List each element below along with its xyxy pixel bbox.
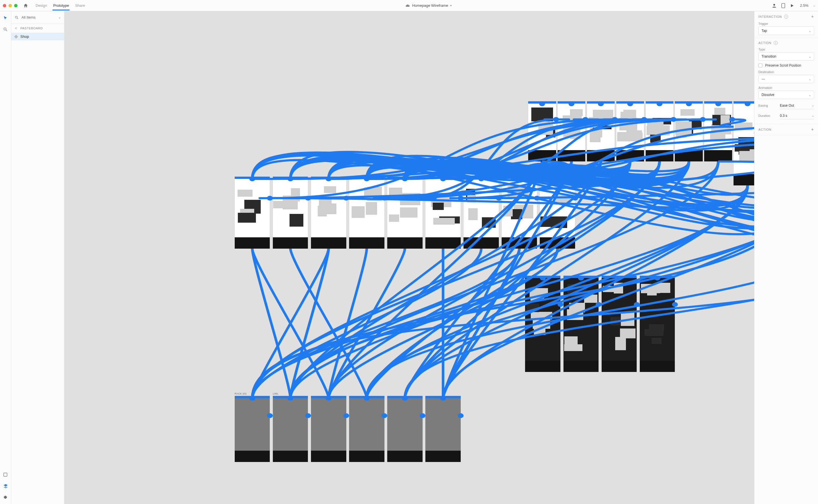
preserve-scroll-checkbox[interactable] xyxy=(758,63,762,67)
artboard-selection-bar xyxy=(528,101,556,104)
artboard-footer xyxy=(601,361,637,372)
duration-select[interactable]: 0.3 s ⌄ xyxy=(780,112,814,119)
thumbnail xyxy=(290,214,303,227)
thumbnail xyxy=(319,196,332,208)
tab-design[interactable]: Design xyxy=(35,1,47,10)
artboard[interactable] xyxy=(563,276,599,372)
plugins-icon[interactable] xyxy=(3,495,8,500)
titlebar: Design Prototype Share Homepage Wirefram… xyxy=(0,0,818,11)
canvas[interactable]: RACK 101LIML xyxy=(64,11,754,504)
artboard[interactable] xyxy=(601,276,637,372)
artboard[interactable] xyxy=(640,276,675,372)
close-window-button[interactable] xyxy=(3,4,6,7)
minimize-window-button[interactable] xyxy=(8,4,12,7)
asset-row[interactable]: Shop xyxy=(11,33,64,40)
duration-row: Duration 0.3 s ⌄ xyxy=(758,112,814,119)
thumbnail xyxy=(468,208,478,220)
artboard[interactable] xyxy=(463,177,499,249)
artboard[interactable] xyxy=(587,101,615,161)
device-preview-icon[interactable] xyxy=(781,3,785,8)
cloud-icon xyxy=(405,3,410,8)
search-icon[interactable] xyxy=(3,27,8,32)
thumbnail xyxy=(555,196,571,205)
document-title[interactable]: Homepage Wireframe ▾ xyxy=(88,3,769,8)
artboard-footer xyxy=(525,361,560,372)
type-select[interactable]: Transition ⌄ xyxy=(758,52,814,61)
layers-icon[interactable] xyxy=(3,484,8,489)
thumbnail xyxy=(739,151,754,163)
trigger-value: Tap xyxy=(762,29,767,33)
artboard[interactable] xyxy=(557,101,585,161)
easing-select[interactable]: Ease Out ⌄ xyxy=(780,102,814,109)
thumbnail xyxy=(400,207,417,218)
preserve-scroll-row[interactable]: Preserve Scroll Position xyxy=(758,63,814,67)
home-icon[interactable] xyxy=(23,3,29,9)
chevron-down-icon: ▾ xyxy=(450,4,452,7)
artboard-selection-bar xyxy=(387,177,423,179)
assets-group-header[interactable]: PASTEBOARD xyxy=(11,24,64,33)
artboard[interactable] xyxy=(734,101,754,185)
tab-prototype[interactable]: Prototype xyxy=(52,1,69,10)
destination-select[interactable]: — ⌄ xyxy=(758,75,814,83)
component-icon xyxy=(14,34,18,38)
artboard[interactable] xyxy=(235,177,270,249)
thumbnail xyxy=(533,319,550,329)
info-icon[interactable]: i xyxy=(774,41,778,45)
artboard-selection-bar xyxy=(425,177,461,179)
zoom-window-button[interactable] xyxy=(14,4,17,7)
artboard[interactable] xyxy=(387,396,423,462)
svg-line-6 xyxy=(17,18,18,19)
artboard-selection-bar xyxy=(601,276,637,278)
artboard-selection-bar xyxy=(273,177,308,179)
artboard[interactable] xyxy=(675,101,703,161)
thumbnail xyxy=(503,206,513,216)
info-icon[interactable]: i xyxy=(784,15,788,19)
artboard[interactable] xyxy=(540,177,575,249)
zoom-chevron-icon[interactable]: ⌄ xyxy=(813,4,815,7)
artboard-selection-bar xyxy=(349,396,384,398)
thumbnail xyxy=(617,132,633,141)
thumbnail xyxy=(603,286,614,292)
easing-row: Easing Ease Out ⌄ xyxy=(758,102,814,109)
zoom-value[interactable]: 2.5% xyxy=(799,3,808,8)
artboard-footer xyxy=(704,150,732,161)
select-tool-icon[interactable] xyxy=(3,16,8,21)
artboard[interactable] xyxy=(502,177,537,249)
trigger-select[interactable]: Tap ⌄ xyxy=(758,27,814,35)
artboard[interactable] xyxy=(311,177,346,249)
artboard[interactable] xyxy=(528,101,556,161)
artboard[interactable] xyxy=(349,177,384,249)
play-icon[interactable] xyxy=(790,3,794,8)
thumbnail xyxy=(352,206,365,218)
artboard-footer xyxy=(640,361,675,372)
avatar-icon[interactable] xyxy=(772,3,777,8)
destination-value: — xyxy=(762,77,765,81)
artboard[interactable] xyxy=(525,276,560,372)
artboard[interactable] xyxy=(425,177,461,249)
artboard[interactable]: RACK 101 xyxy=(235,396,270,462)
artboard[interactable] xyxy=(273,177,308,249)
artboard-footer xyxy=(528,150,556,161)
thumbnail xyxy=(324,186,336,193)
artboard[interactable] xyxy=(646,101,674,161)
artboard-selection-bar xyxy=(587,101,615,104)
thumbnail xyxy=(367,187,382,201)
artboard[interactable] xyxy=(616,101,644,161)
artboard[interactable] xyxy=(387,177,423,249)
thumbnail xyxy=(366,202,377,214)
artboard[interactable] xyxy=(349,396,384,462)
tab-share[interactable]: Share xyxy=(75,1,86,10)
duration-label: Duration xyxy=(758,114,780,117)
artboard[interactable] xyxy=(311,396,346,462)
svg-rect-4 xyxy=(4,473,7,476)
artboard[interactable] xyxy=(425,396,461,462)
artboard[interactable] xyxy=(704,101,732,161)
libraries-icon[interactable] xyxy=(3,472,8,477)
artboard-footer xyxy=(387,451,423,462)
add-action-button[interactable]: + xyxy=(811,127,814,132)
add-interaction-button[interactable]: + xyxy=(811,14,814,19)
artboard[interactable]: LIML xyxy=(273,396,308,462)
assets-filter[interactable]: All Items ⌄ xyxy=(11,11,64,24)
thumbnail xyxy=(710,132,725,141)
animation-select[interactable]: Dissolve ⌄ xyxy=(758,91,814,99)
